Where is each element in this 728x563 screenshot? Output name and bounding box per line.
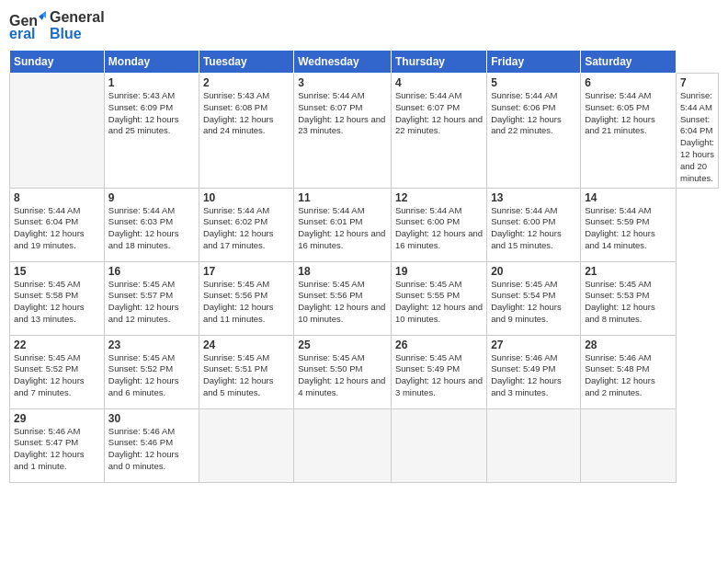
calendar-day-cell: 20Sunrise: 5:45 AMSunset: 5:54 PMDayligh… [487, 261, 581, 335]
calendar-day-cell: 2Sunrise: 5:43 AMSunset: 6:08 PMDaylight… [199, 74, 293, 189]
day-number: 3 [298, 76, 387, 89]
day-info: Sunrise: 5:46 AMSunset: 5:48 PMDaylight:… [585, 352, 672, 399]
sunset-text: Sunset: 5:52 PM [108, 363, 173, 373]
day-info: Sunrise: 5:45 AMSunset: 5:49 PMDaylight:… [395, 352, 483, 399]
calendar-day-cell: 14Sunrise: 5:44 AMSunset: 5:59 PMDayligh… [581, 188, 677, 261]
sunset-text: Sunset: 6:05 PM [585, 102, 649, 112]
daylight-text: Daylight: 12 hours and 4 minutes. [298, 375, 385, 397]
sunset-text: Sunset: 6:00 PM [395, 216, 460, 226]
daylight-text: Daylight: 12 hours and 6 minutes. [108, 375, 179, 397]
sunset-text: Sunset: 5:57 PM [108, 290, 173, 300]
sunset-text: Sunset: 6:03 PM [108, 216, 173, 226]
calendar-day-cell [487, 408, 581, 482]
day-number: 15 [14, 265, 100, 278]
sunset-text: Sunset: 6:09 PM [108, 102, 173, 112]
day-info: Sunrise: 5:45 AMSunset: 5:56 PMDaylight:… [203, 279, 290, 326]
daylight-text: Daylight: 12 hours and 23 minutes. [298, 114, 385, 136]
daylight-text: Daylight: 12 hours and 18 minutes. [108, 228, 179, 250]
day-number: 28 [585, 339, 672, 351]
sunrise-text: Sunrise: 5:46 AM [585, 352, 651, 362]
sunset-text: Sunset: 5:46 PM [108, 437, 173, 447]
day-number: 8 [14, 191, 100, 204]
sunset-text: Sunset: 6:07 PM [395, 102, 460, 112]
day-info: Sunrise: 5:43 AMSunset: 6:09 PMDaylight:… [108, 90, 195, 137]
weekday-header-cell: Tuesday [199, 51, 293, 74]
daylight-text: Daylight: 12 hours and 3 minutes. [491, 375, 562, 397]
day-number: 5 [491, 76, 576, 89]
calendar-day-cell: 5Sunrise: 5:44 AMSunset: 6:06 PMDaylight… [487, 74, 581, 189]
sunrise-text: Sunrise: 5:45 AM [298, 352, 364, 362]
day-number: 19 [395, 265, 483, 278]
daylight-text: Daylight: 12 hours and 2 minutes. [585, 375, 655, 397]
sunrise-text: Sunrise: 5:43 AM [203, 90, 269, 100]
sunrise-text: Sunrise: 5:44 AM [298, 90, 364, 100]
sunset-text: Sunset: 6:00 PM [491, 216, 555, 226]
sunset-text: Sunset: 5:54 PM [491, 290, 555, 300]
calendar-day-cell [199, 408, 293, 482]
calendar-day-cell: 10Sunrise: 5:44 AMSunset: 6:02 PMDayligh… [199, 188, 293, 261]
day-info: Sunrise: 5:44 AMSunset: 6:00 PMDaylight:… [395, 205, 483, 252]
calendar-day-cell: 23Sunrise: 5:45 AMSunset: 5:52 PMDayligh… [104, 335, 199, 408]
calendar-table: SundayMondayTuesdayWednesdayThursdayFrid… [9, 50, 719, 483]
day-number: 18 [298, 265, 387, 278]
sunset-text: Sunset: 5:56 PM [298, 290, 362, 300]
sunrise-text: Sunrise: 5:44 AM [395, 205, 461, 215]
daylight-text: Daylight: 12 hours and 19 minutes. [14, 228, 85, 250]
sunrise-text: Sunrise: 5:46 AM [108, 426, 175, 436]
calendar-day-cell: 27Sunrise: 5:46 AMSunset: 5:49 PMDayligh… [487, 335, 581, 408]
calendar-day-cell: 15Sunrise: 5:45 AMSunset: 5:58 PMDayligh… [10, 261, 105, 335]
sunrise-text: Sunrise: 5:45 AM [298, 279, 364, 289]
day-info: Sunrise: 5:45 AMSunset: 5:55 PMDaylight:… [395, 279, 483, 326]
weekday-header-cell: Sunday [10, 51, 105, 74]
day-number: 27 [491, 339, 576, 351]
sunrise-text: Sunrise: 5:45 AM [395, 352, 461, 362]
calendar-day-cell: 6Sunrise: 5:44 AMSunset: 6:05 PMDaylight… [581, 74, 677, 189]
day-info: Sunrise: 5:44 AMSunset: 6:07 PMDaylight:… [298, 90, 387, 137]
logo: Gen eral General Blue [9, 9, 105, 42]
day-number: 24 [203, 339, 290, 351]
sunrise-text: Sunrise: 5:45 AM [203, 352, 269, 362]
calendar-day-cell [10, 74, 105, 189]
sunset-text: Sunset: 5:58 PM [14, 290, 78, 300]
day-number: 25 [298, 339, 387, 351]
calendar-day-cell: 7Sunrise: 5:44 AMSunset: 6:04 PMDaylight… [676, 74, 718, 189]
daylight-text: Daylight: 12 hours and 5 minutes. [203, 375, 274, 397]
daylight-text: Daylight: 12 hours and 0 minutes. [108, 449, 179, 471]
sunset-text: Sunset: 6:04 PM [680, 114, 712, 136]
daylight-text: Daylight: 12 hours and 20 minutes. [680, 137, 714, 182]
calendar-day-cell: 8Sunrise: 5:44 AMSunset: 6:04 PMDaylight… [10, 188, 105, 261]
daylight-text: Daylight: 12 hours and 17 minutes. [203, 228, 274, 250]
sunrise-text: Sunrise: 5:44 AM [395, 90, 461, 100]
sunrise-text: Sunrise: 5:45 AM [585, 279, 651, 289]
daylight-text: Daylight: 12 hours and 10 minutes. [395, 302, 483, 324]
calendar-day-cell [391, 408, 486, 482]
calendar-body: 1Sunrise: 5:43 AMSunset: 6:09 PMDaylight… [10, 74, 719, 483]
day-number: 13 [491, 191, 576, 204]
sunset-text: Sunset: 5:50 PM [298, 363, 362, 373]
calendar-day-cell: 16Sunrise: 5:45 AMSunset: 5:57 PMDayligh… [104, 261, 199, 335]
day-info: Sunrise: 5:46 AMSunset: 5:49 PMDaylight:… [491, 352, 576, 399]
day-info: Sunrise: 5:45 AMSunset: 5:52 PMDaylight:… [108, 352, 195, 399]
calendar-day-cell: 4Sunrise: 5:44 AMSunset: 6:07 PMDaylight… [391, 74, 486, 189]
day-number: 12 [395, 191, 483, 204]
day-number: 9 [108, 191, 195, 204]
day-number: 10 [203, 191, 290, 204]
calendar-day-cell: 3Sunrise: 5:44 AMSunset: 6:07 PMDaylight… [294, 74, 392, 189]
calendar-week-row: 29Sunrise: 5:46 AMSunset: 5:47 PMDayligh… [10, 408, 719, 482]
sunrise-text: Sunrise: 5:43 AM [108, 90, 175, 100]
day-info: Sunrise: 5:44 AMSunset: 6:00 PMDaylight:… [491, 205, 576, 252]
calendar-day-cell: 22Sunrise: 5:45 AMSunset: 5:52 PMDayligh… [10, 335, 105, 408]
day-info: Sunrise: 5:45 AMSunset: 5:50 PMDaylight:… [298, 352, 387, 399]
weekday-header-cell: Thursday [391, 51, 486, 74]
calendar-day-cell: 11Sunrise: 5:44 AMSunset: 6:01 PMDayligh… [294, 188, 392, 261]
calendar-day-cell: 28Sunrise: 5:46 AMSunset: 5:48 PMDayligh… [581, 335, 677, 408]
day-info: Sunrise: 5:45 AMSunset: 5:58 PMDaylight:… [14, 279, 100, 326]
day-info: Sunrise: 5:46 AMSunset: 5:46 PMDaylight:… [108, 426, 195, 473]
calendar-week-row: 15Sunrise: 5:45 AMSunset: 5:58 PMDayligh… [10, 261, 719, 335]
daylight-text: Daylight: 12 hours and 16 minutes. [298, 228, 385, 250]
day-info: Sunrise: 5:44 AMSunset: 6:04 PMDaylight:… [14, 205, 100, 252]
sunset-text: Sunset: 6:08 PM [203, 102, 267, 112]
sunset-text: Sunset: 5:52 PM [14, 363, 78, 373]
day-number: 11 [298, 191, 387, 204]
day-info: Sunrise: 5:45 AMSunset: 5:54 PMDaylight:… [491, 279, 576, 326]
